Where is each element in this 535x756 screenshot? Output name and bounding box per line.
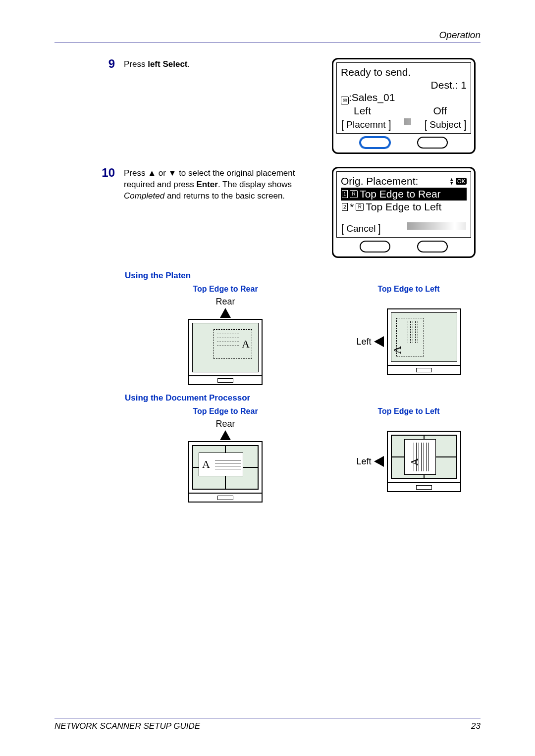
platen-glass: A (192, 323, 259, 372)
orient-icon: R (350, 190, 358, 198)
arrow-up-icon (220, 308, 231, 318)
left-label: Left (354, 105, 371, 117)
step-number: 9 (54, 58, 124, 154)
paper-outline: A (396, 318, 424, 356)
text: . The display shows (218, 180, 292, 189)
paper-outline: A (214, 329, 252, 359)
docproc-scanner: A (188, 441, 263, 503)
step-number: 10 (54, 167, 124, 258)
softkey-cancel[interactable]: [Cancel] (341, 222, 381, 235)
text: . (188, 59, 190, 69)
option-top-edge-left[interactable]: 2* R Top Edge to Left (341, 201, 467, 213)
diagram-title: Top Edge to Left (339, 285, 478, 294)
option-label: Top Edge to Left (366, 201, 441, 213)
placement-title: Orig. Placement: (341, 175, 418, 187)
platen-scanner: A (387, 308, 461, 375)
left-label: Left (356, 456, 383, 467)
footer-title: NETWORK SCANNER SETUP GUIDE (54, 721, 200, 731)
right-select-button[interactable] (417, 137, 448, 149)
sk-label: Subject (429, 119, 461, 130)
text: Press (124, 168, 148, 178)
arrow-left-icon (374, 336, 384, 347)
right-select-button[interactable] (417, 241, 448, 252)
bold-text: Enter (196, 180, 217, 189)
arrow-up-icon (220, 430, 231, 440)
text: or (156, 168, 168, 178)
option-top-edge-rear[interactable]: 1 R Top Edge to Rear (341, 188, 467, 201)
arrow-left-icon (374, 456, 384, 467)
softkey-placement[interactable]: [Placemnt] (341, 118, 391, 131)
off-label: Off (433, 105, 447, 117)
a-letter: A (391, 346, 404, 354)
contact-icon: ✉ (341, 97, 349, 104)
left-select-button[interactable] (360, 241, 390, 252)
step-10: 10 Press ▲ or ▼ to select the original p… (54, 167, 481, 258)
lcd-screen-placement: Orig. Placement: ▲▼ OK 1 R Top Edge to R… (332, 167, 476, 258)
text: Press (124, 59, 148, 69)
scanner-front (388, 482, 460, 491)
lcd-line1: Ready to send. (341, 66, 411, 78)
dest-value: 1 (461, 79, 467, 91)
left-select-button[interactable] (360, 137, 390, 149)
dest-label: Dest.: (431, 79, 458, 91)
docproc-glass: A (192, 445, 259, 490)
option-num: 1 (342, 190, 348, 198)
rear-label: Rear (156, 419, 295, 429)
a-letter: A (242, 338, 250, 351)
diagram-title: Top Edge to Left (339, 407, 478, 416)
option-label: Top Edge to Rear (360, 188, 440, 200)
paper-outline: A (404, 439, 436, 475)
platen-glass: A (391, 312, 457, 362)
paper-outline: A (199, 453, 243, 476)
text: and returns to the basic screen. (164, 191, 285, 201)
step-9: 9 Press left Select. Ready to send. Dest… (54, 58, 481, 154)
up-arrow-icon: ▲ (148, 168, 156, 178)
page-number: 23 (471, 721, 481, 731)
rear-label: Rear (156, 297, 295, 307)
hatch-bar (407, 222, 467, 230)
italic-text: Completed (124, 191, 164, 201)
hatch-icon (404, 118, 411, 125)
scanner-front (189, 493, 262, 502)
left-label: Left (356, 336, 383, 347)
sk-label: Placemnt (346, 119, 385, 130)
a-letter: A (202, 458, 210, 471)
page-footer: NETWORK SCANNER SETUP GUIDE 23 (54, 718, 481, 731)
docproc-scanner: A (387, 431, 461, 492)
step-text: Press ▲ or ▼ to select the original plac… (124, 167, 322, 258)
docproc-glass: A (391, 435, 457, 479)
down-arrow-icon: ▼ (168, 168, 177, 178)
platen-diagrams: Top Edge to Rear Rear A Top Edge to Left (156, 285, 481, 385)
sk-label: Cancel (346, 223, 375, 234)
section-header: Operation (54, 30, 481, 43)
diagram-title: Top Edge to Rear (156, 285, 295, 294)
orient-icon: R (356, 203, 364, 211)
bold-text: left Select (148, 59, 187, 69)
softkey-subject[interactable]: [Subject] (424, 118, 467, 131)
contact-name: :Sales_01 (349, 92, 395, 103)
docproc-diagrams: Top Edge to Rear Rear A Top Edge to Le (156, 407, 481, 503)
scanner-front (388, 365, 460, 374)
subhead-docproc: Using the Document Processor (125, 393, 481, 403)
asterisk: * (350, 201, 354, 213)
lcd-screen-ready: Ready to send. Dest.: 1 ✉:Sales_01 Left … (332, 58, 476, 154)
platen-scanner: A (188, 319, 263, 385)
option-num: 2 (342, 203, 348, 211)
ok-icon: OK (456, 178, 467, 185)
diagram-title: Top Edge to Rear (156, 407, 295, 416)
step-text: Press left Select. (124, 58, 322, 154)
subhead-platen: Using the Platen (125, 271, 481, 281)
scanner-front (189, 375, 262, 384)
updown-icon: ▲▼ (449, 177, 454, 185)
